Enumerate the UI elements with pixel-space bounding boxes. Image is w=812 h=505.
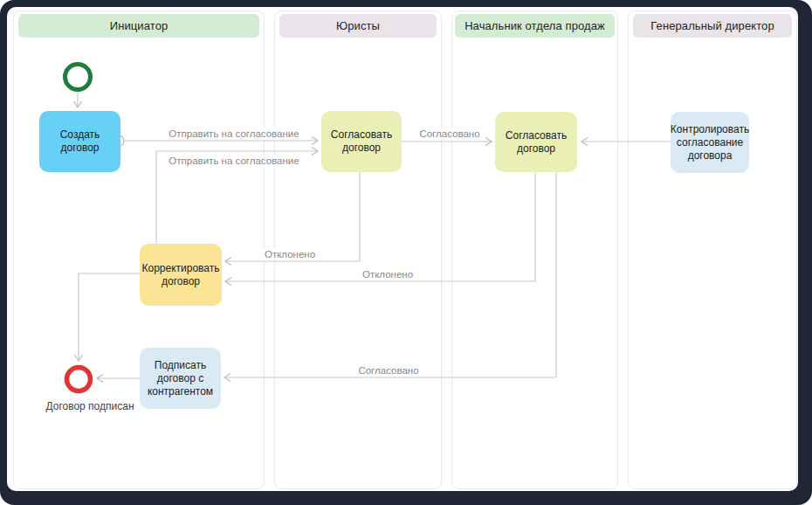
start-event-icon[interactable] bbox=[65, 65, 91, 90]
edge-label-send-for-approval-1[interactable]: Отправить на согласование bbox=[166, 128, 301, 140]
task-create-contract[interactable]: Создать договор bbox=[39, 111, 120, 172]
lane-header-initiator[interactable]: Инициатор bbox=[18, 14, 259, 38]
edge-label-rejected-by-lawyers[interactable]: Отклонено bbox=[262, 248, 318, 260]
task-sign-contract[interactable]: Подписать договор с контрагентом bbox=[140, 348, 221, 409]
lane-ceo[interactable] bbox=[628, 10, 797, 489]
edge-label-approved-final[interactable]: Согласовано bbox=[355, 364, 421, 377]
edge-label-approved-lawyers[interactable]: Согласовано bbox=[416, 128, 482, 140]
task-approve-contract-sales-head[interactable]: Согласовать договор bbox=[495, 112, 577, 172]
lane-header-lawyers[interactable]: Юристы bbox=[279, 14, 437, 38]
end-event-icon[interactable] bbox=[67, 368, 91, 391]
edge-label-send-for-approval-2[interactable]: Отправить на согласование bbox=[166, 155, 301, 167]
end-event-label: Договор подписан bbox=[45, 400, 134, 412]
lane-header-ceo[interactable]: Генеральный директор bbox=[633, 14, 792, 38]
bpmn-diagram-screenshot: Инициатор Юристы Начальник отдела продаж… bbox=[0, 0, 812, 505]
lane-initiator[interactable] bbox=[13, 10, 265, 489]
task-control-approval[interactable]: Контролировать согласование договора bbox=[671, 112, 749, 173]
lane-header-sales-head[interactable]: Начальник отдела продаж bbox=[455, 14, 615, 38]
edge-label-rejected-by-sales-head[interactable]: Отклонено bbox=[360, 268, 416, 280]
task-correct-contract[interactable]: Корректировать договор bbox=[140, 244, 222, 306]
task-approve-contract-lawyers[interactable]: Согласовать договор bbox=[321, 111, 402, 172]
